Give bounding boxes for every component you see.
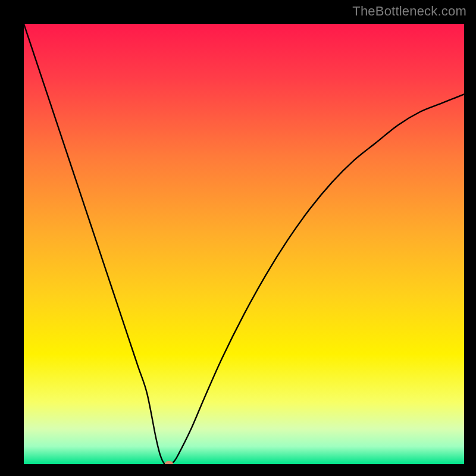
bottleneck-curve bbox=[24, 24, 464, 464]
plot-area bbox=[24, 24, 464, 464]
optimal-point-marker bbox=[165, 461, 173, 464]
chart-frame: TheBottleneck.com bbox=[0, 0, 476, 476]
watermark: TheBottleneck.com bbox=[352, 4, 466, 19]
